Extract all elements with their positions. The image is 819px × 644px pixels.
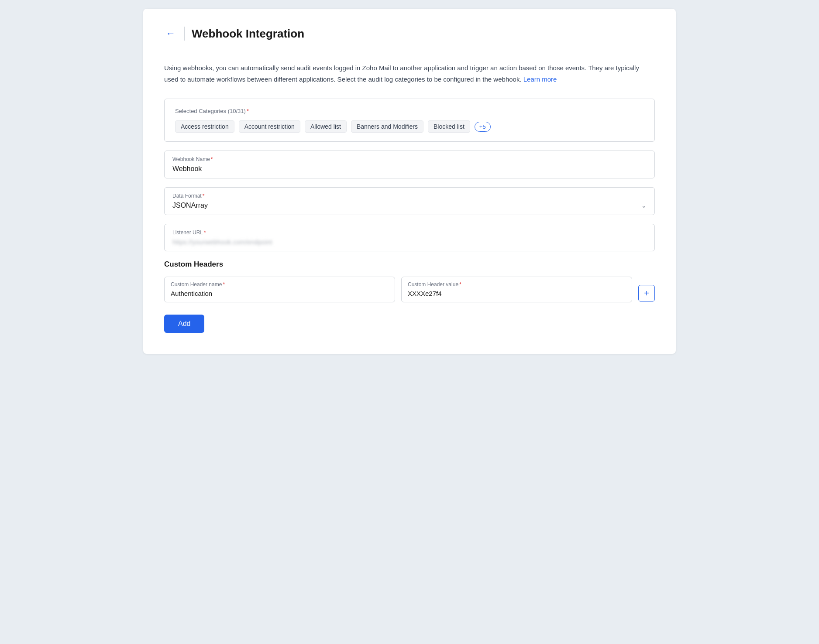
tag-access-restriction: Access restriction: [175, 120, 234, 133]
webhook-name-field: Webhook Name*: [164, 151, 655, 178]
tag-allowed-list: Allowed list: [305, 120, 347, 133]
listener-url-field: Listener URL* https://yourwebhook.com/en…: [164, 224, 655, 251]
data-format-select[interactable]: JSONArray JSON XML: [172, 202, 647, 209]
required-star-name: *: [211, 156, 213, 162]
learn-more-link[interactable]: Learn more: [523, 75, 557, 83]
custom-header-value-input[interactable]: [408, 290, 626, 297]
header-row: ← Webhook Integration: [164, 26, 655, 50]
data-format-field: Data Format* JSONArray JSON XML ⌄: [164, 187, 655, 215]
data-format-label: Data Format*: [172, 193, 647, 199]
data-format-select-wrapper: JSONArray JSON XML ⌄: [172, 202, 647, 209]
custom-headers-title: Custom Headers: [164, 260, 655, 269]
required-star-hname: *: [223, 281, 225, 288]
add-row-button[interactable]: +: [638, 285, 655, 301]
custom-headers-row: Custom Header name* Custom Header value*…: [164, 277, 655, 302]
webhook-name-label: Webhook Name*: [172, 156, 647, 162]
custom-header-name-field: Custom Header name*: [164, 277, 395, 302]
required-star-format: *: [203, 193, 205, 199]
page-description: Using webhooks, you can automatically se…: [164, 62, 655, 85]
plus-badge[interactable]: +5: [475, 122, 491, 132]
page-container: ← Webhook Integration Using webhooks, yo…: [143, 9, 676, 354]
required-star-hvalue: *: [459, 281, 461, 288]
required-star-url: *: [204, 230, 206, 236]
custom-header-value-field: Custom Header value*: [401, 277, 632, 302]
custom-header-name-label: Custom Header name*: [171, 281, 389, 288]
required-star: *: [247, 108, 249, 114]
listener-url-placeholder: https://yourwebhook.com/endpoint: [172, 238, 647, 246]
custom-header-value-label: Custom Header value*: [408, 281, 626, 288]
listener-url-label: Listener URL*: [172, 230, 647, 236]
back-button[interactable]: ←: [164, 26, 177, 41]
add-button[interactable]: Add: [164, 315, 204, 333]
categories-box: Selected Categories (10/31)* Access rest…: [164, 99, 655, 142]
tags-row: Access restriction Account restriction A…: [175, 120, 644, 133]
tag-account-restriction: Account restriction: [239, 120, 300, 133]
tag-banners-modifiers: Banners and Modifiers: [351, 120, 423, 133]
webhook-name-input[interactable]: [172, 165, 647, 173]
categories-label: Selected Categories (10/31)*: [175, 108, 644, 114]
page-title: Webhook Integration: [192, 27, 304, 41]
tag-blocked-list: Blocked list: [428, 120, 470, 133]
custom-header-name-input[interactable]: [171, 290, 389, 297]
custom-headers-section: Custom Headers Custom Header name* Custo…: [164, 260, 655, 333]
